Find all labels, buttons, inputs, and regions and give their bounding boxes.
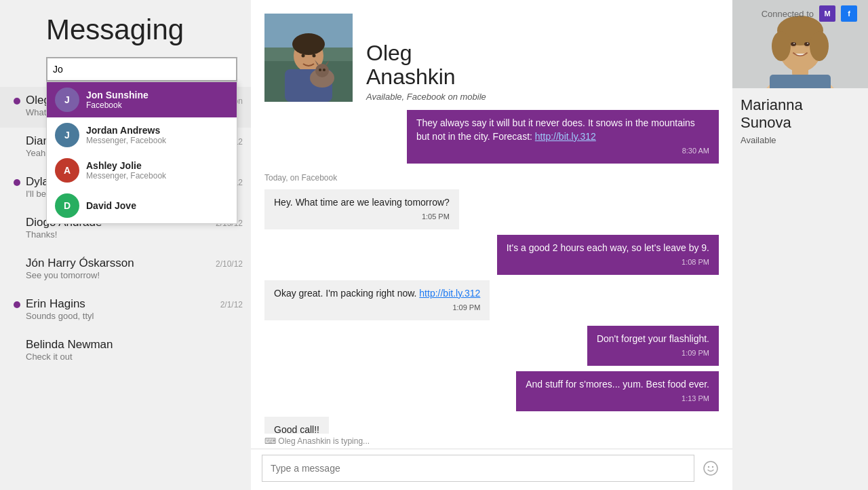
svg-point-4 <box>292 33 325 55</box>
svg-point-26 <box>804 42 810 46</box>
avatar-jon: J <box>55 88 79 112</box>
contact-name-area: Oleg Anashkin Available, Facebook on mob… <box>366 41 486 102</box>
conv-name-jonharry: Jón Harry Óskarsson <box>26 257 216 270</box>
conv-name-belinda: Belinda Newman <box>26 338 243 352</box>
conv-indicator-belinda <box>14 342 20 349</box>
message-time-7: 1:13 PM <box>526 394 709 404</box>
avatar-ashley: A <box>55 158 79 183</box>
svg-point-6 <box>302 54 305 58</box>
dropdown-name-jon: Jon Sunshine <box>86 90 149 100</box>
conv-item-jonharry[interactable]: Jón Harry Óskarsson See you tomorrow! 2/… <box>0 250 251 290</box>
conv-name-erin: Erin Hagins <box>26 297 220 311</box>
sidebar: Messaging J Jon Sunshine Facebook J Jord… <box>0 0 251 490</box>
search-input[interactable] <box>46 57 237 81</box>
dropdown-sub-jordan: Messenger, Facebook <box>86 136 166 145</box>
conv-indicator-diogo <box>14 220 20 227</box>
app-title: Messaging <box>0 14 251 57</box>
search-wrap: J Jon Sunshine Facebook J Jordan Andrews… <box>0 57 251 81</box>
dropdown-name-david: David Jove <box>86 200 136 211</box>
connected-label: Connected to <box>762 9 814 19</box>
chat-area: Oleg Anashkin Available, Facebook on mob… <box>251 0 732 490</box>
dropdown-sub-ashley: Messenger, Facebook <box>86 171 166 181</box>
svg-point-21 <box>772 31 791 61</box>
contact-status-detail: Facebook on mobile <box>407 92 486 102</box>
conv-info-erin: Erin Hagins Sounds good, ttyl <box>26 297 220 321</box>
svg-point-14 <box>712 466 713 468</box>
profile-name-line2: Sunova <box>741 114 791 131</box>
dropdown-item-info-ashley: Ashley Jolie Messenger, Facebook <box>86 160 166 181</box>
message-time-4: 1:08 PM <box>507 257 709 267</box>
message-row-7: And stuff for s'mores... yum. Best food … <box>264 371 719 411</box>
svg-point-11 <box>323 69 326 71</box>
message-bubble-5: Okay great. I'm packing right now. http:… <box>264 280 490 320</box>
message-text-7: And stuff for s'mores... yum. Best food … <box>526 379 709 390</box>
message-text-6: Don't forget your flashlight. <box>597 333 709 344</box>
emoji-button[interactable] <box>700 457 722 479</box>
dropdown-name-jordan: Jordan Andrews <box>86 125 166 136</box>
message-time-3: 1:05 PM <box>274 212 450 222</box>
message-time-1: 8:30 AM <box>416 146 709 156</box>
svg-point-22 <box>810 31 829 61</box>
profile-name-line1: Marianna <box>741 96 803 113</box>
conv-preview-erin: Sounds good, ttyl <box>26 311 175 321</box>
dropdown-item-info-david: David Jove <box>86 200 136 211</box>
profile-status: Available <box>741 135 860 145</box>
conv-indicator-erin <box>14 301 20 308</box>
conv-time-erin: 2/1/12 <box>220 297 243 309</box>
message-row-5: Okay great. I'm packing right now. http:… <box>264 280 719 320</box>
dropdown-name-ashley: Ashley Jolie <box>86 160 166 171</box>
dropdown-item-info-jordan: Jordan Andrews Messenger, Facebook <box>86 125 166 145</box>
message-text-8: Good call!! <box>274 424 319 434</box>
conv-item-belinda[interactable]: Belinda Newman Check it out <box>0 331 251 372</box>
message-bubble-7: And stuff for s'mores... yum. Best food … <box>516 371 719 411</box>
message-row-1: They always say it will but it never doe… <box>264 110 719 164</box>
svg-point-10 <box>319 69 321 71</box>
dropdown-item-info-jon: Jon Sunshine Facebook <box>86 90 149 110</box>
conv-item-erin[interactable]: Erin Hagins Sounds good, ttyl 2/1/12 <box>0 290 251 331</box>
conv-indicator-jonharry <box>14 261 20 267</box>
contact-photo <box>264 14 353 102</box>
profile-name-area: Marianna Sunova Available <box>732 88 868 148</box>
message-text-5: Okay great. I'm packing right now. <box>274 288 419 299</box>
conv-indicator-oleg <box>14 98 20 105</box>
dropdown-item-jon[interactable]: J Jon Sunshine Facebook <box>47 82 237 117</box>
search-dropdown: J Jon Sunshine Facebook J Jordan Andrews… <box>46 81 237 224</box>
message-text-4: It's a good 2 hours each way, so let's l… <box>507 242 709 253</box>
message-link-5[interactable]: http://bit.ly.312 <box>419 288 480 299</box>
date-divider-text: Today, on Facebook <box>264 173 337 183</box>
svg-point-9 <box>315 64 329 77</box>
conv-indicator-diane <box>14 138 20 145</box>
typing-text: ⌨ Oleg Anashkin is typing... <box>264 436 370 446</box>
conv-info-jonharry: Jón Harry Óskarsson See you tomorrow! <box>26 257 216 280</box>
message-bubble-4: It's a good 2 hours each way, so let's l… <box>497 235 719 275</box>
message-text-3: Hey. What time are we leaving tomorrow? <box>274 197 450 208</box>
message-row-8: Good call!! 1:15 PM <box>264 417 719 434</box>
contact-name-line2: Anashkin <box>366 64 456 89</box>
contact-photo-svg <box>264 14 353 102</box>
message-bubble-8: Good call!! 1:15 PM <box>264 417 329 434</box>
profile-panel: Marianna Sunova Available <box>732 0 868 490</box>
message-bubble-6: Don't forget your flashlight. 1:09 PM <box>587 326 719 366</box>
svg-point-13 <box>708 466 709 468</box>
dropdown-item-david[interactable]: D David Jove <box>47 188 237 223</box>
avatar-david: D <box>55 193 79 218</box>
conv-info-belinda: Belinda Newman Check it out <box>26 338 243 362</box>
svg-point-25 <box>791 42 796 46</box>
avatar-jordan: J <box>55 123 79 147</box>
conv-preview-diogo: Thanks! <box>26 229 175 240</box>
message-link-1[interactable]: http://bit.ly.312 <box>535 131 596 142</box>
contact-header: Oleg Anashkin Available, Facebook on mob… <box>251 0 732 109</box>
messages-container: They always say it will but it never doe… <box>251 109 732 434</box>
dropdown-item-ashley[interactable]: A Ashley Jolie Messenger, Facebook <box>47 153 237 188</box>
message-input[interactable] <box>262 455 694 482</box>
date-divider: Today, on Facebook <box>264 168 719 185</box>
conv-preview-belinda: Check it out <box>26 352 175 362</box>
svg-point-28 <box>807 43 808 44</box>
message-time-6: 1:09 PM <box>597 348 709 358</box>
main-layout: Connected to M f Messaging J Jon Sunshin… <box>0 0 868 490</box>
dropdown-item-jordan[interactable]: J Jordan Andrews Messenger, Facebook <box>47 117 237 153</box>
conv-preview-jonharry: See you tomorrow! <box>26 270 175 280</box>
messenger-icon: M <box>819 5 835 22</box>
top-bar: Connected to M f <box>762 0 868 27</box>
svg-point-27 <box>793 43 795 44</box>
